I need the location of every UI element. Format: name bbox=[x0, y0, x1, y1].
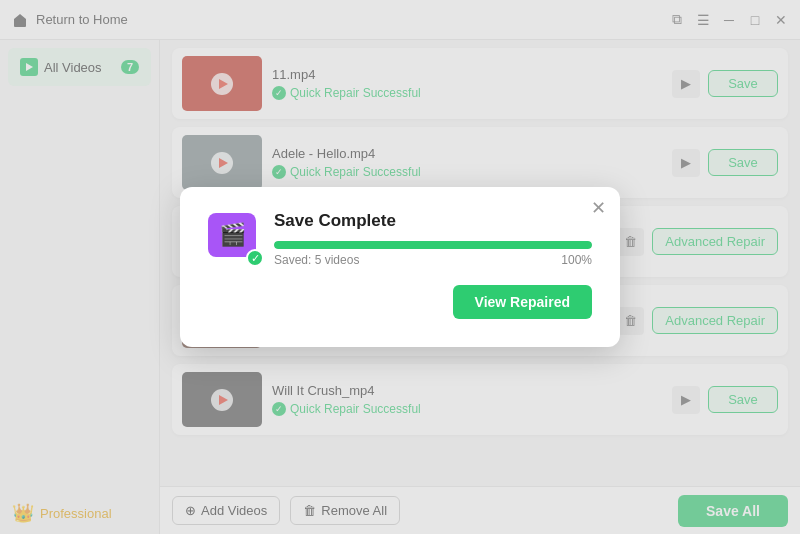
modal-title: Save Complete bbox=[274, 211, 592, 231]
save-complete-modal: ✕ ✓ Save Complete Saved: 5 videos 100% V… bbox=[180, 187, 620, 347]
modal-close-button[interactable]: ✕ bbox=[591, 199, 606, 217]
modal-footer: View Repaired bbox=[208, 285, 592, 319]
modal-header: ✓ Save Complete Saved: 5 videos 100% bbox=[208, 211, 592, 267]
modal-progress-row: Saved: 5 videos 100% bbox=[274, 253, 592, 267]
modal-progress-bar-fill bbox=[274, 241, 592, 249]
modal-icon-wrap: ✓ bbox=[208, 213, 260, 265]
modal-progress-bar-bg bbox=[274, 241, 592, 249]
modal-progress-percent: 100% bbox=[561, 253, 592, 267]
modal-title-area: Save Complete Saved: 5 videos 100% bbox=[274, 211, 592, 267]
modal-check-icon: ✓ bbox=[246, 249, 264, 267]
view-repaired-button[interactable]: View Repaired bbox=[453, 285, 592, 319]
modal-saved-text: Saved: 5 videos bbox=[274, 253, 359, 267]
modal-overlay: ✕ ✓ Save Complete Saved: 5 videos 100% V… bbox=[0, 0, 800, 534]
